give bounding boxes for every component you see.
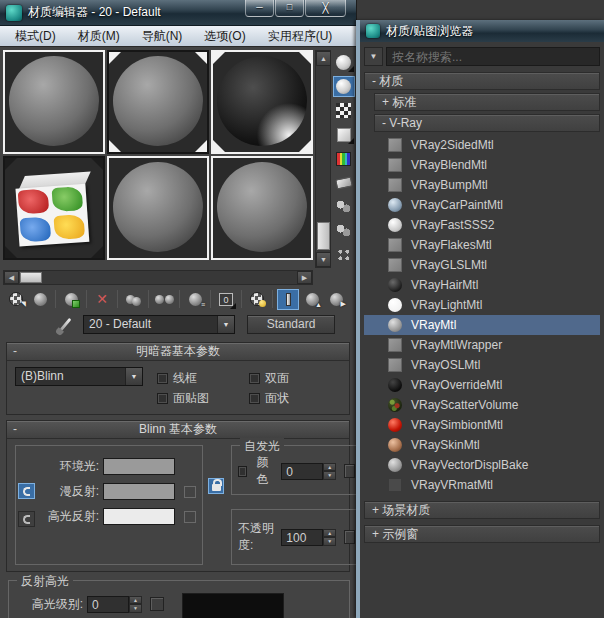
scroll-right-icon[interactable]: ▶ (297, 271, 312, 284)
put-material-to-scene-button[interactable] (29, 289, 51, 310)
spin-up-icon[interactable]: ▲ (323, 529, 336, 538)
assign-material-to-selection-button[interactable] (60, 289, 82, 310)
diffuse-map-button[interactable] (184, 486, 196, 498)
material-item[interactable]: VRayHairMtl (364, 275, 600, 295)
put-to-library-button[interactable]: ≡ (184, 289, 206, 310)
menu-navigation[interactable]: 导航(N) (131, 28, 194, 45)
sample-slot-1[interactable] (3, 50, 105, 154)
opacity-spinner[interactable]: 100 ▲▼ (281, 529, 336, 546)
material-type-button[interactable]: Standard (247, 315, 335, 334)
spin-up-icon[interactable]: ▲ (323, 463, 336, 472)
scroll-down-icon[interactable]: ▼ (316, 252, 331, 267)
faceted-checkbox[interactable]: 面状 (249, 388, 341, 408)
section-scene-materials[interactable]: + 场景材质 (364, 501, 600, 519)
checkbox-icon[interactable] (249, 373, 260, 384)
search-input[interactable] (386, 47, 600, 66)
minimize-button[interactable]: ─ (245, 0, 274, 17)
dropdown-arrow-icon[interactable]: ▼ (125, 368, 142, 385)
close-button[interactable]: ╳ (305, 0, 346, 17)
slots-vertical-scrollbar[interactable]: ▲ ▼ (315, 50, 331, 268)
spin-down-icon[interactable]: ▼ (323, 471, 336, 480)
show-end-result-button[interactable] (277, 289, 299, 310)
spin-down-icon[interactable]: ▼ (323, 537, 336, 546)
material-map-navigator-button[interactable] (333, 244, 355, 265)
horizontal-scroll-thumb[interactable] (20, 272, 42, 283)
ambient-diffuse-lock-button[interactable] (18, 483, 35, 499)
wireframe-checkbox[interactable]: 线框 (157, 368, 249, 388)
color-lock-button[interactable] (208, 478, 224, 494)
material-item[interactable]: VRay2SidedMtl (364, 135, 600, 155)
slots-horizontal-scrollbar[interactable]: ◀ ▶ (3, 270, 313, 285)
checkbox-icon[interactable] (157, 393, 168, 404)
material-id-channel-button[interactable]: 0 (215, 289, 237, 310)
specular-map-button[interactable] (184, 511, 196, 523)
material-item[interactable]: VRayVectorDisplBake (364, 455, 600, 475)
material-item[interactable]: VRayFlakesMtl (364, 235, 600, 255)
self-illum-color-checkbox[interactable] (238, 466, 247, 477)
material-item[interactable]: VRayGLSLMtl (364, 255, 600, 275)
video-color-check-button[interactable] (333, 148, 355, 169)
shader-type-dropdown[interactable]: (B)Blinn ▼ (15, 367, 143, 386)
blinn-rollout-header[interactable]: - Blinn 基本参数 (7, 421, 349, 439)
diffuse-specular-lock-button[interactable] (18, 511, 35, 527)
collapse-icon[interactable]: - (13, 343, 17, 360)
background-button[interactable] (333, 100, 355, 121)
spin-down-icon[interactable]: ▼ (129, 604, 142, 613)
checkbox-icon[interactable] (249, 393, 260, 404)
scroll-left-icon[interactable]: ◀ (4, 271, 19, 284)
material-item[interactable]: VRaySimbiontMtl (364, 415, 600, 435)
menu-material[interactable]: 材质(M) (67, 28, 131, 45)
self-illum-spinner[interactable]: 0 ▲▼ (281, 463, 336, 480)
sample-slot-5[interactable] (107, 156, 209, 260)
browser-options-dropdown[interactable]: ▼ (364, 47, 383, 66)
material-item[interactable]: VRayScatterVolume (364, 395, 600, 415)
sample-slot-4[interactable] (3, 156, 105, 260)
maximize-button[interactable]: □ (275, 0, 304, 17)
material-item[interactable]: VRayFastSSS2 (364, 215, 600, 235)
shader-rollout-header[interactable]: - 明暗器基本参数 (7, 343, 349, 361)
get-material-button[interactable]: ◥ (5, 289, 27, 310)
specular-level-spinner[interactable]: 0 ▲▼ (87, 596, 142, 613)
go-to-parent-button[interactable]: ▲ (301, 289, 323, 310)
spin-up-icon[interactable]: ▲ (129, 596, 142, 605)
specular-color-swatch[interactable] (103, 508, 175, 525)
material-item[interactable]: VRayBumpMtl (364, 175, 600, 195)
make-material-copy-button[interactable] (122, 289, 144, 310)
specular-level-map-button[interactable] (150, 597, 164, 611)
menu-utilities[interactable]: 实用程序(U) (257, 28, 344, 45)
reset-map-material-button[interactable]: ✕ (91, 289, 113, 310)
browser-titlebar[interactable]: 材质/贴图浏览器 (360, 20, 604, 42)
sample-slot-2[interactable] (107, 50, 209, 154)
material-item[interactable]: VRayOverrideMtl (364, 375, 600, 395)
checkbox-icon[interactable] (157, 373, 168, 384)
sample-uv-tiling-button[interactable] (333, 124, 355, 145)
backlight-button[interactable] (333, 76, 355, 97)
material-item[interactable]: VRayMtlWrapper (364, 335, 600, 355)
material-item[interactable]: VRaySkinMtl (364, 435, 600, 455)
vertical-scroll-thumb[interactable] (317, 222, 330, 250)
go-forward-to-sibling-button[interactable]: ▶ (325, 289, 347, 310)
section-sample-slots[interactable]: + 示例窗 (364, 525, 600, 543)
menu-mode[interactable]: 模式(D) (4, 28, 67, 45)
section-standard[interactable]: + 标准 (374, 93, 600, 111)
material-item[interactable]: VRayOSLMtl (364, 355, 600, 375)
opacity-map-button[interactable] (344, 530, 355, 544)
section-materials[interactable]: - 材质 (364, 72, 600, 90)
show-map-in-viewport-button[interactable] (246, 289, 268, 310)
material-name-dropdown[interactable]: 20 - Default ▼ (83, 315, 235, 334)
dropdown-arrow-icon[interactable]: ▼ (217, 316, 234, 333)
section-vray[interactable]: - V-Ray (374, 114, 600, 132)
sample-type-button[interactable] (333, 52, 355, 73)
face-map-checkbox[interactable]: 面贴图 (157, 388, 249, 408)
options-button[interactable] (333, 196, 355, 217)
collapse-icon[interactable]: - (13, 421, 17, 438)
select-by-material-button[interactable] (333, 220, 355, 241)
material-item[interactable]: VRayLightMtl (364, 295, 600, 315)
make-preview-button[interactable] (333, 172, 355, 193)
two-sided-checkbox[interactable]: 双面 (249, 368, 341, 388)
self-illum-value[interactable]: 0 (281, 463, 323, 480)
sample-slot-3[interactable] (211, 50, 313, 154)
sample-slot-6[interactable] (211, 156, 313, 260)
menu-options[interactable]: 选项(O) (193, 28, 256, 45)
material-item[interactable]: VRayCarPaintMtl (364, 195, 600, 215)
